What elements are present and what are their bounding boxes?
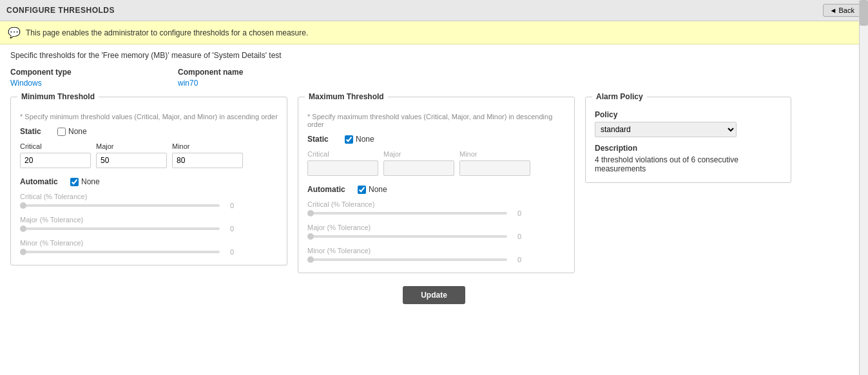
max-none-checkbox-label[interactable]: None [345, 135, 374, 144]
component-name-label: Component name [178, 68, 345, 77]
min-slider-critical-control: 0 [20, 202, 278, 209]
max-minor-label: Minor [459, 150, 530, 158]
description-row: Specific thresholds for the 'Free memory… [0, 44, 868, 64]
min-minor-label: Minor [172, 142, 243, 150]
min-major-group: Major 50 [96, 142, 167, 168]
min-minor-group: Minor 80 [172, 142, 243, 168]
max-major-input[interactable] [383, 160, 454, 176]
max-none-checkbox[interactable] [345, 135, 353, 144]
max-critical-group: Critical [307, 150, 378, 176]
max-slider-major-label: Major (% Tolerance) [307, 224, 565, 231]
min-static-row: Static None [20, 127, 278, 136]
max-auto-none-label[interactable]: None [358, 185, 387, 194]
min-slider-major-input[interactable] [20, 227, 220, 230]
min-slider-minor-row: Minor (% Tolerance) 0 [20, 239, 278, 256]
min-minor-input[interactable]: 80 [172, 153, 243, 168]
alarm-policy-legend: Alarm Policy [592, 92, 647, 101]
min-fields-row: Critical 20 Major 50 Minor 80 [20, 142, 278, 168]
component-type-col: Component type Windows [10, 68, 178, 88]
max-static-label: Static [307, 135, 340, 144]
min-slider-minor-value: 0 [224, 248, 234, 256]
max-slider-major-row: Major (% Tolerance) 0 [307, 224, 565, 240]
max-slider-minor-label: Minor (% Tolerance) [307, 247, 565, 255]
max-auto-row: Automatic None [307, 185, 565, 194]
min-auto-none-label[interactable]: None [70, 177, 100, 186]
back-button[interactable]: ◄ Back [823, 4, 862, 17]
description-text: Specific thresholds for the 'Free memory… [10, 51, 282, 60]
max-major-group: Major [383, 150, 454, 176]
max-slider-minor-value: 0 [511, 256, 521, 264]
max-slider-critical-control: 0 [307, 209, 565, 217]
max-slider-major-value: 0 [511, 233, 521, 240]
scrollbar[interactable] [859, 0, 868, 375]
min-critical-label: Critical [20, 142, 91, 150]
component-name-col: Component name win70 [178, 68, 345, 88]
max-slider-major-control: 0 [307, 233, 565, 240]
max-major-label: Major [383, 150, 454, 158]
max-slider-minor-input[interactable] [307, 258, 507, 261]
min-slider-critical-value: 0 [224, 202, 234, 209]
min-static-label: Static [20, 127, 52, 136]
min-threshold-legend: Minimum Threshold [17, 92, 99, 101]
max-critical-label: Critical [307, 150, 378, 158]
max-slider-critical-input[interactable] [307, 212, 507, 215]
max-auto-none-text: None [369, 185, 387, 194]
component-type-value: Windows [10, 79, 178, 88]
min-slider-major-label: Major (% Tolerance) [20, 216, 278, 224]
max-slider-section: Critical (% Tolerance) 0 Major (% Tolera… [307, 200, 565, 264]
component-info: Component type Windows Component name wi… [0, 64, 868, 94]
min-none-checkbox[interactable] [57, 128, 66, 136]
min-slider-section: Critical (% Tolerance) 0 Major (% Tolera… [20, 193, 278, 256]
button-row: Update [0, 280, 868, 314]
min-slider-critical-label: Critical (% Tolerance) [20, 193, 278, 200]
max-static-row: Static None [307, 135, 565, 144]
max-slider-minor-row: Minor (% Tolerance) 0 [307, 247, 565, 264]
min-slider-major-control: 0 [20, 225, 278, 233]
min-slider-critical-row: Critical (% Tolerance) 0 [20, 193, 278, 209]
panels-area: Minimum Threshold * Specify minimum thre… [0, 94, 868, 280]
min-slider-critical-input[interactable] [20, 204, 220, 207]
max-critical-input[interactable] [307, 160, 378, 176]
max-slider-minor-control: 0 [307, 256, 565, 264]
min-auto-none-checkbox[interactable] [70, 178, 79, 186]
max-minor-input[interactable] [459, 160, 530, 176]
min-auto-label: Automatic [20, 177, 65, 186]
component-name-value: win70 [178, 79, 345, 88]
max-slider-critical-value: 0 [511, 209, 521, 217]
update-button[interactable]: Update [403, 286, 465, 304]
max-fields-row: Critical Major Minor [307, 150, 565, 176]
alarm-policy-panel: Alarm Policy Policy standard advanced De… [585, 97, 791, 183]
min-slider-major-value: 0 [224, 225, 234, 233]
max-none-label: None [356, 135, 374, 144]
min-slider-minor-input[interactable] [20, 251, 220, 253]
max-minor-group: Minor [459, 150, 530, 176]
alarm-policy-select[interactable]: standard advanced [595, 122, 737, 137]
min-major-label: Major [96, 142, 167, 150]
banner-text: This page enables the administrator to c… [26, 28, 308, 37]
max-auto-none-checkbox[interactable] [358, 186, 366, 194]
page-header: CONFIGURE THRESHOLDS ◄ Back [0, 0, 868, 21]
min-slider-major-row: Major (% Tolerance) 0 [20, 216, 278, 233]
info-banner: 💬 This page enables the administrator to… [0, 21, 868, 44]
info-icon: 💬 [8, 26, 21, 39]
max-threshold-hint: * Specify maximum threshold values (Crit… [307, 113, 565, 128]
max-slider-critical-row: Critical (% Tolerance) 0 [307, 200, 565, 217]
max-threshold-panel: Maximum Threshold * Specify maximum thre… [298, 97, 575, 273]
max-threshold-legend: Maximum Threshold [305, 92, 388, 101]
alarm-description-text: 4 threshold violations out of 6 consecut… [595, 155, 782, 173]
page-wrapper: CONFIGURE THRESHOLDS ◄ Back 💬 This page … [0, 0, 868, 375]
min-slider-minor-label: Minor (% Tolerance) [20, 239, 278, 247]
alarm-policy-label: Policy [595, 110, 782, 119]
min-auto-row: Automatic None [20, 177, 278, 186]
max-auto-label: Automatic [307, 185, 352, 194]
component-type-label: Component type [10, 68, 178, 77]
scroll-thumb[interactable] [860, 0, 868, 26]
min-major-input[interactable]: 50 [96, 153, 167, 168]
min-slider-minor-control: 0 [20, 248, 278, 256]
max-slider-major-input[interactable] [307, 235, 507, 238]
min-threshold-hint: * Specify minimum threshold values (Crit… [20, 113, 278, 120]
min-critical-input[interactable]: 20 [20, 153, 91, 168]
min-auto-none-text: None [81, 177, 100, 186]
min-none-checkbox-label[interactable]: None [57, 127, 87, 136]
min-none-label: None [68, 127, 87, 136]
